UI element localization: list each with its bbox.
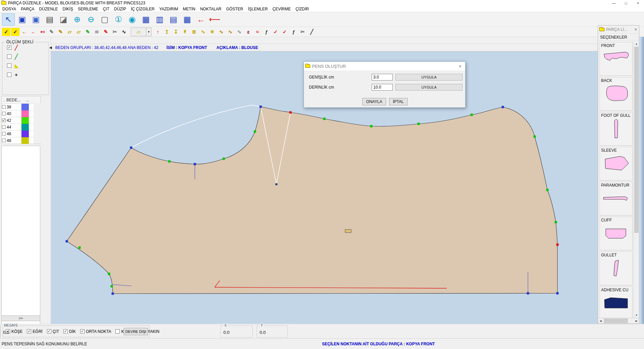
size-row[interactable]: 38: [1, 103, 34, 110]
size-checkbox[interactable]: [2, 105, 6, 109]
dialog-close-icon[interactable]: ×: [455, 64, 465, 69]
snap-checkbox[interactable]: [80, 329, 85, 334]
cancel-button[interactable]: İPTAL: [389, 98, 408, 105]
point-move-left-icon[interactable]: ←: [20, 28, 29, 36]
expand-button[interactable]: >>: [1, 315, 40, 321]
secenekler-menu[interactable]: SEÇENEKLER: [598, 34, 639, 41]
zoom-out-icon[interactable]: ⊖: [85, 13, 97, 26]
pattern-node[interactable]: [112, 293, 114, 295]
pattern-node[interactable]: [556, 292, 559, 295]
grid-dense-icon[interactable]: ▦: [181, 13, 194, 26]
pattern-node[interactable]: [527, 292, 529, 295]
zoom-actual-icon[interactable]: ①: [112, 13, 125, 26]
corner-check2-icon[interactable]: ✓: [280, 28, 289, 36]
snap-checkbox[interactable]: [63, 329, 68, 334]
dart-insert-icon[interactable]: ↧: [172, 28, 180, 36]
piece-item[interactable]: FRONT: [600, 42, 633, 76]
save-as-icon[interactable]: ▣: [30, 13, 42, 26]
ok-button[interactable]: ONAYLA: [362, 98, 386, 105]
curve-copy-icon[interactable]: ∿: [226, 28, 234, 36]
apply-button[interactable]: UYGULA: [395, 84, 463, 91]
scroll-right-icon[interactable]: ▶: [634, 318, 639, 323]
curve-smooth-icon[interactable]: ∿: [120, 28, 128, 36]
pattern-node[interactable]: [370, 125, 373, 128]
seam-move-left-icon[interactable]: ↤: [38, 28, 47, 36]
point-remove-icon[interactable]: ✂: [111, 28, 119, 36]
menu-item[interactable]: NOKTALAR: [198, 7, 224, 11]
close-button[interactable]: ×: [632, 0, 644, 6]
point-add-icon[interactable]: ✎: [84, 28, 92, 36]
corner-check-icon[interactable]: ✓: [271, 28, 280, 36]
measure-option-checkbox[interactable]: [7, 63, 11, 68]
notch-tool-icon[interactable]: ✓: [11, 28, 19, 36]
exit-icon[interactable]: ←: [195, 13, 207, 26]
size-row[interactable]: 48: [1, 137, 34, 144]
scroll-down-icon[interactable]: ▼: [634, 312, 639, 318]
menu-item[interactable]: DÜZİP: [112, 7, 128, 11]
chevron-down-icon[interactable]: ▾: [146, 28, 151, 36]
zigzag-icon[interactable]: ≈: [253, 28, 262, 36]
maximize-button[interactable]: □: [620, 0, 632, 6]
ruler-comb-icon[interactable]: ≣: [190, 28, 198, 36]
notch-add-icon[interactable]: ✓: [2, 28, 10, 36]
pattern-node[interactable]: [289, 111, 292, 114]
size-row[interactable]: 44: [1, 123, 34, 130]
size-checkbox[interactable]: [2, 112, 6, 115]
pattern-node[interactable]: [168, 160, 171, 163]
pattern-node[interactable]: [108, 273, 110, 275]
pattern-node[interactable]: [555, 221, 557, 223]
tool-marker[interactable]: [345, 230, 351, 233]
piece-list-scrollbar[interactable]: ▲ ▼: [634, 41, 639, 318]
snap-checkbox[interactable]: [47, 329, 51, 334]
dart-rotate-icon[interactable]: ▱: [74, 28, 83, 36]
dart-transfer-icon[interactable]: ▱: [65, 28, 74, 36]
size-row[interactable]: 46: [1, 130, 34, 137]
grid-horizontal-icon[interactable]: ▤: [167, 13, 180, 26]
zoom-window-icon[interactable]: ▢: [98, 13, 111, 26]
curve-f2-icon[interactable]: ƒ: [289, 28, 298, 36]
curve-edit-icon[interactable]: ∿: [217, 28, 225, 36]
piece-item[interactable]: SLEEVE: [600, 147, 633, 181]
zoom-in-icon[interactable]: ⊕: [71, 13, 84, 26]
snap-checkbox[interactable]: [27, 329, 31, 334]
size-checkbox[interactable]: [2, 118, 6, 122]
burst-tool-icon[interactable]: ✳: [208, 28, 216, 36]
snap-checkbox[interactable]: [115, 329, 120, 334]
piece-item[interactable]: ADHESIVE CU: [600, 287, 633, 318]
collapse-arrow-icon[interactable]: ◀: [49, 46, 52, 49]
curve-f-icon[interactable]: ƒ: [262, 28, 271, 36]
clear-fill-icon[interactable]: ◪: [57, 13, 70, 26]
scroll-up-icon[interactable]: ▲: [634, 41, 639, 46]
piece-table-icon[interactable]: ▤: [43, 13, 56, 26]
disable-button[interactable]: DEVRE DIŞI: [124, 328, 148, 335]
menu-item[interactable]: GÖSTER: [224, 7, 246, 11]
zoom-all-icon[interactable]: ◉: [126, 13, 139, 26]
grid-icon[interactable]: ▦: [140, 13, 152, 26]
pattern-node[interactable]: [260, 106, 262, 108]
pattern-node[interactable]: [502, 106, 504, 108]
size-checkbox[interactable]: [2, 139, 6, 142]
menu-item[interactable]: SERİLEME: [75, 7, 101, 11]
dart-apex-node[interactable]: [275, 183, 277, 185]
pattern-node[interactable]: [78, 247, 81, 249]
page-curve-icon[interactable]: ∿: [235, 28, 244, 36]
piece-item[interactable]: FOOT OF GULL: [600, 112, 633, 146]
apply-button[interactable]: UYGULA: [395, 74, 463, 81]
save-icon[interactable]: ▣: [16, 13, 29, 26]
menu-item[interactable]: İÇ ÇİZGİLER: [128, 7, 157, 11]
wave-line-icon[interactable]: ∿: [199, 28, 207, 36]
pattern-node[interactable]: [130, 147, 132, 149]
menu-item[interactable]: ÇEVİRME: [270, 7, 293, 11]
field-input[interactable]: [372, 84, 393, 91]
pattern-node[interactable]: [323, 118, 326, 120]
point-red-icon[interactable]: ✎: [102, 28, 110, 36]
scissors-curve-icon[interactable]: ✂: [299, 28, 307, 36]
pleat-add-icon[interactable]: ↟: [181, 28, 189, 36]
grid-vertical-icon[interactable]: ▥: [153, 13, 166, 26]
menu-item[interactable]: METİN: [180, 7, 198, 11]
piece-list-title-bar[interactable]: PARÇA Lİ... ×: [598, 26, 639, 34]
size-checkbox[interactable]: [2, 125, 6, 129]
pattern-node[interactable]: [534, 136, 536, 138]
piece-item[interactable]: BACK: [600, 77, 633, 111]
pattern-node[interactable]: [194, 163, 196, 165]
